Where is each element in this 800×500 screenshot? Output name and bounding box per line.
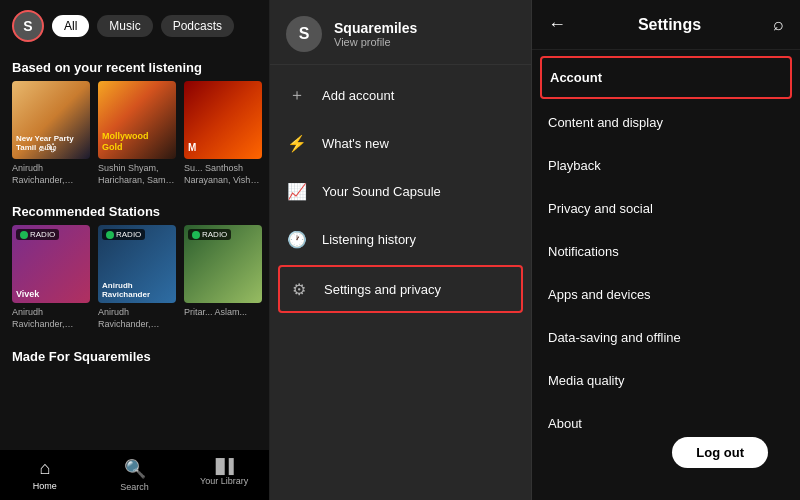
avatar[interactable]: S — [12, 10, 44, 42]
menu-avatar: S — [286, 16, 322, 52]
settings-item-data-saving[interactable]: Data-saving and offline — [532, 316, 800, 359]
recent-card-img-1: New Year PartyTamil தமிழ் — [12, 81, 90, 159]
filter-all[interactable]: All — [52, 15, 89, 37]
station-img-3: RADIO — [184, 225, 262, 303]
station-img-2: RADIO Anirudh Ravichander — [98, 225, 176, 303]
nav-library[interactable]: ▐▌▌ Your Library — [179, 458, 269, 492]
home-icon: ⌂ — [39, 458, 50, 479]
station-text-3: Pritar... Aslam... — [184, 307, 262, 319]
settings-item-media-quality[interactable]: Media quality — [532, 359, 800, 402]
section-made-title: Made For Squaremiles — [0, 341, 269, 370]
search-icon: 🔍 — [124, 458, 146, 480]
recent-card-1[interactable]: New Year PartyTamil தமிழ் Anirudh Ravich… — [12, 81, 90, 186]
section-recent-title: Based on your recent listening — [0, 52, 269, 81]
nav-search[interactable]: 🔍 Search — [90, 458, 180, 492]
station-text-2: Anirudh Ravichander, Santhosh Narayanan,… — [98, 307, 176, 330]
section-stations-title: Recommended Stations — [0, 196, 269, 225]
menu-header: S Squaremiles View profile — [270, 0, 531, 65]
station-card-3[interactable]: RADIO Pritar... Aslam... — [184, 225, 262, 330]
recent-card-img-2: MollywoodGold — [98, 81, 176, 159]
settings-header: ← Settings ⌕ — [532, 0, 800, 50]
settings-search-button[interactable]: ⌕ — [773, 14, 784, 35]
nav-search-label: Search — [120, 482, 149, 492]
station-text-1: Anirudh Ravichander, Santhosh Narayanan,… — [12, 307, 90, 330]
menu-item-whats-new-label: What's new — [322, 136, 389, 151]
nav-home[interactable]: ⌂ Home — [0, 458, 90, 492]
menu-item-sound-capsule[interactable]: 📈 Your Sound Capsule — [270, 167, 531, 215]
settings-gear-icon: ⚙ — [288, 278, 310, 300]
top-bar: S All Music Podcasts — [0, 0, 269, 52]
settings-item-privacy-social[interactable]: Privacy and social — [532, 187, 800, 230]
station-img-1: RADIO Vivek — [12, 225, 90, 303]
add-icon: ＋ — [286, 84, 308, 106]
settings-items-list: Account Content and display Playback Pri… — [532, 50, 800, 437]
settings-title: Settings — [638, 16, 701, 34]
recent-card-text-2: Sushin Shyam, Haricharan, Sam C.S., Vish… — [98, 163, 176, 186]
user-menu-panel: S Squaremiles View profile ＋ Add account… — [270, 0, 532, 500]
menu-item-listening-history[interactable]: 🕐 Listening history — [270, 215, 531, 263]
clock-icon: 🕐 — [286, 228, 308, 250]
menu-item-sound-capsule-label: Your Sound Capsule — [322, 184, 441, 199]
station-card-2[interactable]: RADIO Anirudh Ravichander Anirudh Ravich… — [98, 225, 176, 330]
chart-icon: 📈 — [286, 180, 308, 202]
filter-music[interactable]: Music — [97, 15, 152, 37]
nav-home-label: Home — [33, 481, 57, 491]
settings-item-account[interactable]: Account — [540, 56, 792, 99]
menu-item-whats-new[interactable]: ⚡ What's new — [270, 119, 531, 167]
back-button[interactable]: ← — [548, 14, 566, 35]
recent-card-img-3: M — [184, 81, 262, 159]
recent-card-3[interactable]: M Su... Santhosh Narayanan, Vishnu Vijay… — [184, 81, 262, 186]
recent-card-text-3: Su... Santhosh Narayanan, Vishnu Vijay, … — [184, 163, 262, 186]
station-card-1[interactable]: RADIO Vivek Anirudh Ravichander, Santhos… — [12, 225, 90, 330]
view-profile-link[interactable]: View profile — [334, 36, 417, 48]
menu-item-add-account-label: Add account — [322, 88, 394, 103]
menu-item-settings[interactable]: ⚙ Settings and privacy — [278, 265, 523, 313]
menu-items-list: ＋ Add account ⚡ What's new 📈 Your Sound … — [270, 65, 531, 321]
menu-item-listening-history-label: Listening history — [322, 232, 416, 247]
recent-card-2[interactable]: MollywoodGold Sushin Shyam, Haricharan, … — [98, 81, 176, 186]
recent-cards-row: New Year PartyTamil தமிழ் Anirudh Ravich… — [0, 81, 269, 196]
menu-user-info: Squaremiles View profile — [334, 20, 417, 48]
settings-item-playback[interactable]: Playback — [532, 144, 800, 187]
station-cards-row: RADIO Vivek Anirudh Ravichander, Santhos… — [0, 225, 269, 340]
logout-button[interactable]: Log out — [672, 437, 768, 468]
lightning-icon: ⚡ — [286, 132, 308, 154]
recent-card-text-1: Anirudh Ravichander, Santhosh Narayanan,… — [12, 163, 90, 186]
settings-item-about[interactable]: About — [532, 402, 800, 437]
menu-item-add-account[interactable]: ＋ Add account — [270, 71, 531, 119]
settings-footer: Log out — [532, 437, 800, 500]
menu-item-settings-label: Settings and privacy — [324, 282, 441, 297]
filter-podcasts[interactable]: Podcasts — [161, 15, 234, 37]
library-icon: ▐▌▌ — [211, 458, 238, 474]
settings-panel: ← Settings ⌕ Account Content and display… — [532, 0, 800, 500]
settings-item-apps-devices[interactable]: Apps and devices — [532, 273, 800, 316]
main-panel: S All Music Podcasts Based on your recen… — [0, 0, 270, 500]
nav-library-label: Your Library — [200, 476, 248, 486]
bottom-nav: ⌂ Home 🔍 Search ▐▌▌ Your Library — [0, 450, 269, 500]
settings-item-notifications[interactable]: Notifications — [532, 230, 800, 273]
menu-username: Squaremiles — [334, 20, 417, 36]
settings-item-content-display[interactable]: Content and display — [532, 101, 800, 144]
